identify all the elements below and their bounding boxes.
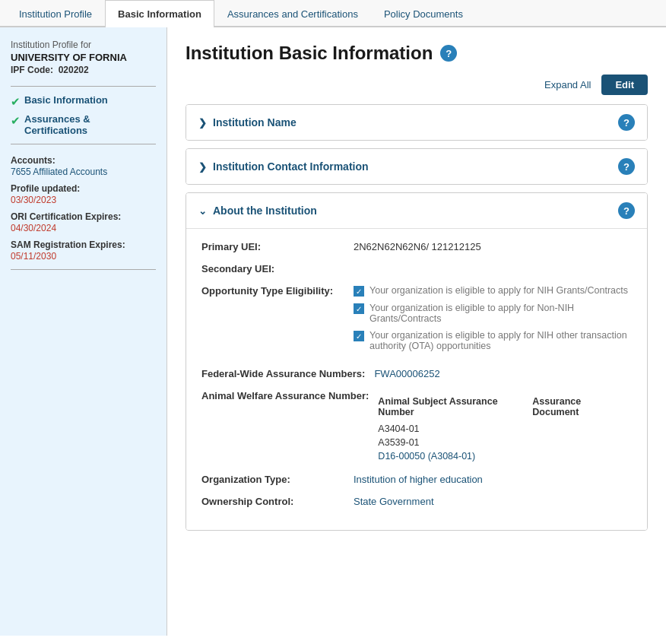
accordion-about-body: Primary UEI: 2N62N62N62N6/ 121212125 Sec…: [186, 228, 647, 530]
opportunity-type-value: ✓ Your organization is eligible to apply…: [354, 285, 632, 357]
sidebar-profile-updated-value: 03/30/2023: [11, 195, 156, 205]
checkbox-nih-ota: ✓ Your organization is eligible to apply…: [354, 330, 632, 351]
sidebar-profile-updated-label: Profile updated:: [11, 183, 156, 194]
checkbox-nih-grants: ✓ Your organization is eligible to apply…: [354, 285, 632, 297]
accordion-institution-name-help-icon[interactable]: ?: [618, 114, 635, 131]
accordion-about: ⌄ About the Institution ? Primary UEI: 2…: [186, 192, 648, 531]
sidebar-accounts-label: Accounts:: [11, 155, 156, 166]
accordion-institution-name-header[interactable]: ❯ Institution Name ?: [186, 105, 647, 140]
opportunity-type-label: Opportunity Type Eligibility:: [201, 285, 354, 297]
page-title: Institution Basic Information ?: [186, 43, 648, 64]
accordion-about-help-icon[interactable]: ?: [618, 202, 635, 219]
checkbox-non-nih-grants-box: ✓: [354, 303, 364, 314]
federal-assurance-label: Federal-Wide Assurance Numbers:: [201, 368, 374, 379]
page-title-help-icon[interactable]: ?: [440, 45, 457, 62]
federal-assurance-value: FWA00006252: [374, 368, 632, 379]
check-icon-basic-info: ✔: [11, 95, 21, 109]
assurance-doc-col-header: Assurance Document: [532, 393, 632, 422]
tab-assurances-certifications[interactable]: Assurances and Certifications: [214, 0, 371, 27]
primary-uei-value: 2N62N62N62N6/ 121212125: [354, 241, 632, 252]
checkbox-non-nih-grants-label: Your organization is eligible to apply f…: [369, 303, 632, 324]
sidebar-divider-1: [11, 86, 156, 87]
tab-policy-documents[interactable]: Policy Documents: [371, 0, 476, 27]
sidebar-accounts-value[interactable]: 7655 Affiliated Accounts: [11, 167, 156, 177]
chevron-down-icon: ⌄: [198, 205, 207, 217]
checkbox-nih-grants-label: Your organization is eligible to apply f…: [369, 285, 628, 296]
checkbox-non-nih-grants: ✓ Your organization is eligible to apply…: [354, 303, 632, 324]
sidebar-sam-value: 05/11/2030: [11, 251, 156, 262]
sidebar-ipf-label: IPF Code:: [11, 65, 53, 75]
page-title-text: Institution Basic Information: [186, 43, 433, 64]
chevron-right-icon: ❯: [198, 117, 207, 128]
edit-button[interactable]: Edit: [601, 75, 648, 95]
accordion-institution-name-title: ❯ Institution Name: [198, 116, 297, 128]
org-type-value: Institution of higher education: [354, 474, 632, 485]
secondary-uei-label: Secondary UEI:: [201, 263, 354, 274]
animal-welfare-table-container: Animal Subject Assurance Number Assuranc…: [378, 390, 632, 463]
accordion-institution-name: ❯ Institution Name ?: [186, 104, 648, 141]
sidebar-sam-label: SAM Registration Expires:: [11, 240, 156, 250]
sidebar: Institution Profile for UNIVERSITY OF FO…: [0, 27, 167, 636]
accordion-about-title: ⌄ About the Institution: [198, 205, 317, 217]
sidebar-divider-3: [11, 269, 156, 270]
accordion-contact-info-label: Institution Contact Information: [213, 160, 369, 173]
accordion-institution-name-label: Institution Name: [213, 116, 297, 128]
checkbox-nih-ota-box: ✓: [354, 331, 364, 341]
checkbox-nih-grants-box: ✓: [354, 286, 364, 297]
animal-row-3-subject[interactable]: D16-00050 (A3084-01): [378, 449, 532, 463]
accordion-about-header[interactable]: ⌄ About the Institution ?: [186, 193, 647, 228]
main-layout: Institution Profile for UNIVERSITY OF FO…: [0, 27, 666, 636]
sidebar-nav-assurances[interactable]: ✔ Assurances & Certifications: [11, 113, 156, 136]
animal-welfare-row: Animal Welfare Assurance Number: Animal …: [201, 390, 632, 463]
sidebar-nav-assurances-label: Assurances & Certifications: [24, 113, 156, 136]
sidebar-ipf-code: 020202: [59, 65, 89, 75]
sidebar-nav-basic-info-label: Basic Information: [24, 94, 108, 106]
org-type-row: Organization Type: Institution of higher…: [201, 474, 632, 485]
animal-row-1-subject: A3404-01: [378, 422, 532, 436]
checkbox-nih-ota-label: Your organization is eligible to apply f…: [369, 330, 632, 351]
accordion-contact-info-header[interactable]: ❯ Institution Contact Information ?: [186, 149, 647, 184]
chevron-right-contact-icon: ❯: [198, 161, 207, 173]
check-icon-assurances: ✔: [11, 114, 21, 128]
expand-all-link[interactable]: Expand All: [544, 79, 591, 90]
org-type-label: Organization Type:: [201, 474, 354, 485]
animal-row-1: A3404-01: [378, 422, 632, 436]
animal-row-2: A3539-01: [378, 436, 632, 449]
tab-institution-profile[interactable]: Institution Profile: [6, 0, 105, 27]
primary-uei-row: Primary UEI: 2N62N62N62N6/ 121212125: [201, 241, 632, 252]
ownership-label: Ownership Control:: [201, 496, 354, 507]
animal-row-2-doc: [532, 436, 632, 449]
accordion-contact-info-title: ❯ Institution Contact Information: [198, 160, 369, 173]
animal-welfare-table: Animal Subject Assurance Number Assuranc…: [378, 393, 632, 463]
sidebar-profile-label: Institution Profile for: [11, 40, 156, 50]
accordion-contact-info: ❯ Institution Contact Information ?: [186, 148, 648, 185]
animal-row-3-doc: [532, 449, 632, 463]
secondary-uei-row: Secondary UEI:: [201, 263, 632, 274]
content-area: Institution Basic Information ? Expand A…: [167, 27, 666, 636]
ownership-value: State Government: [354, 496, 632, 507]
tab-basic-information[interactable]: Basic Information: [105, 0, 214, 27]
ownership-row: Ownership Control: State Government: [201, 496, 632, 507]
animal-subject-col-header: Animal Subject Assurance Number: [378, 393, 532, 422]
sidebar-ori-value: 04/30/2024: [11, 223, 156, 233]
sidebar-institution-name: UNIVERSITY OF FORNIA: [11, 52, 156, 63]
accordion-contact-info-help-icon[interactable]: ?: [618, 158, 635, 175]
toolbar: Expand All Edit: [186, 75, 648, 95]
sidebar-ipf: IPF Code: 020202: [11, 65, 156, 75]
federal-assurance-row: Federal-Wide Assurance Numbers: FWA00006…: [201, 368, 632, 379]
sidebar-accounts-section: Accounts: 7655 Affiliated Accounts Profi…: [11, 155, 156, 262]
sidebar-nav-basic-info[interactable]: ✔ Basic Information: [11, 94, 156, 109]
sidebar-divider-2: [11, 144, 156, 144]
primary-uei-label: Primary UEI:: [201, 241, 354, 252]
animal-row-1-doc: [532, 422, 632, 436]
animal-row-3: D16-00050 (A3084-01): [378, 449, 632, 463]
animal-welfare-label: Animal Welfare Assurance Number:: [201, 390, 378, 401]
animal-row-2-subject: A3539-01: [378, 436, 532, 449]
tab-navigation: Institution Profile Basic Information As…: [0, 0, 666, 27]
opportunity-type-row: Opportunity Type Eligibility: ✓ Your org…: [201, 285, 632, 357]
sidebar-ori-label: ORI Certification Expires:: [11, 211, 156, 222]
accordion-about-label: About the Institution: [213, 205, 317, 217]
